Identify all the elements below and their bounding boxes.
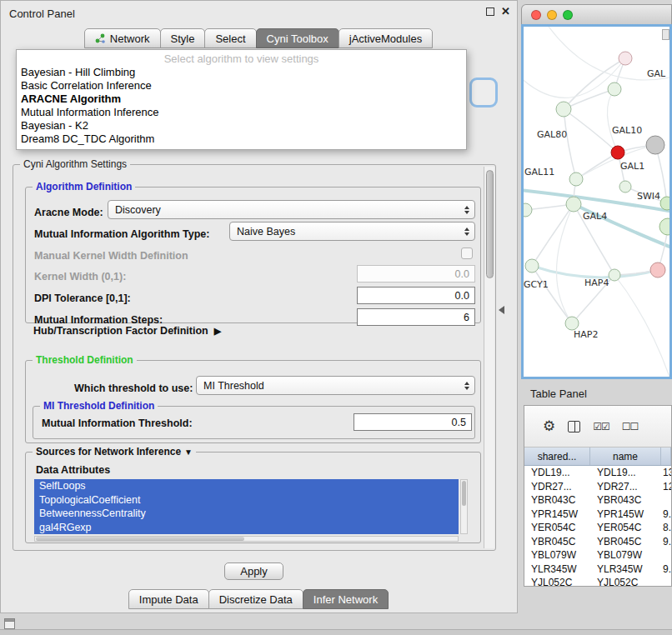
dropdown-item[interactable]: Dream8 DC_TDC Algorithm <box>17 132 466 146</box>
dropdown-item[interactable]: Basic Correlation Inference <box>17 79 466 92</box>
data-attributes-label: Data Attributes <box>36 464 110 476</box>
network-edge <box>564 109 576 179</box>
control-panel-title: Control Panel <box>9 8 75 20</box>
table-cell: YER054C <box>590 521 661 535</box>
close-icon[interactable]: ✕ <box>501 7 510 17</box>
column-header-extra[interactable] <box>661 448 671 465</box>
attributes-vertical-scrollbar[interactable] <box>460 479 468 534</box>
combo-arrows-icon <box>464 228 469 236</box>
network-node-label: HAP2 <box>574 329 598 340</box>
mi-type-combo[interactable]: Naive Bayes <box>229 222 475 241</box>
column-header-name[interactable]: name <box>590 448 661 465</box>
traffic-light-minimize-icon[interactable] <box>547 10 557 20</box>
tab-discretize-data[interactable]: Discretize Data <box>208 589 303 609</box>
network-node[interactable] <box>569 172 583 186</box>
tab-label: Select <box>215 32 245 45</box>
traffic-light-zoom-icon[interactable] <box>563 10 573 20</box>
network-window-titlebar[interactable] <box>521 4 672 24</box>
tab-jactivemodules[interactable]: jActiveModules <box>339 28 433 48</box>
dropdown-item[interactable]: Mutual Information Inference <box>17 106 466 119</box>
manual-kernel-checkbox[interactable] <box>461 248 473 259</box>
apply-button[interactable]: Apply <box>224 562 283 580</box>
attribute-item-selected[interactable]: SelfLoops <box>34 479 459 493</box>
hub-section-toggle[interactable]: Hub/Transcription Factor Definition ▶ <box>33 325 221 337</box>
select-all-icon[interactable]: ☑☑ <box>593 422 609 432</box>
settings-vertical-scrollbar[interactable] <box>484 167 494 548</box>
dpi-tolerance-field[interactable]: 0.0 <box>357 287 475 304</box>
which-threshold-combo[interactable]: MI Threshold <box>196 376 475 395</box>
collapse-arrow-icon: ▼ <box>184 448 193 457</box>
tab-style[interactable]: Style <box>160 28 206 48</box>
sources-group-toggle[interactable]: Sources for Network Inference ▼ <box>33 446 196 458</box>
network-edge <box>607 89 618 152</box>
threshold-definition-group: Threshold Definition Which threshold to … <box>25 360 481 443</box>
table-row[interactable]: YER054CYER054C8. <box>524 521 671 535</box>
scrollbar-thumb[interactable] <box>486 170 494 278</box>
network-node[interactable] <box>611 146 624 159</box>
dropdown-item[interactable]: Bayesian - K2 <box>17 119 466 132</box>
network-node[interactable] <box>646 136 664 154</box>
network-node-label: GAL11 <box>524 167 554 178</box>
network-node[interactable] <box>619 52 632 65</box>
dropdown-item[interactable]: Bayesian - Hill Climbing <box>17 66 466 79</box>
dpi-tolerance-label: DPI Tolerance [0,1]: <box>34 292 131 304</box>
sources-group-title: Sources for Network Inference <box>36 446 181 458</box>
network-node[interactable] <box>556 102 571 117</box>
network-node[interactable] <box>525 259 539 272</box>
table-row[interactable]: YJL052CYJL052C <box>524 576 671 587</box>
network-edge <box>532 266 658 278</box>
tab-network[interactable]: Network <box>84 28 161 48</box>
network-node[interactable] <box>660 197 669 210</box>
dropdown-item-selected[interactable]: ARACNE Algorithm <box>17 92 466 106</box>
table-row[interactable]: YBL079WYBL079W <box>524 548 671 562</box>
mi-steps-field[interactable]: 6 <box>357 308 475 326</box>
attributes-horizontal-scrollbar[interactable] <box>34 536 459 542</box>
manual-kernel-label: Manual Kernel Width Definition <box>34 250 188 262</box>
column-header-shared-name[interactable]: shared... <box>524 448 590 465</box>
panel-dock-icon[interactable] <box>4 618 15 629</box>
attribute-item-selected[interactable]: TopologicalCoefficient <box>34 493 459 508</box>
table-row[interactable]: YDL19...YDL19...13 <box>524 466 671 480</box>
deselect-all-icon[interactable]: ☐☐ <box>622 422 639 432</box>
attribute-item-selected[interactable]: gal4RGexp <box>34 521 459 535</box>
table-row[interactable]: YLR345WYLR345W9. <box>524 562 671 577</box>
algorithm-selector-focus-box[interactable] <box>469 78 498 108</box>
table-row[interactable]: YBR043CYBR043C <box>524 493 671 508</box>
network-scrollbar-corner[interactable] <box>662 29 669 40</box>
network-node[interactable] <box>524 203 532 217</box>
network-node[interactable] <box>565 317 579 330</box>
combo-arrows-icon <box>464 206 469 214</box>
tab-select[interactable]: Select <box>204 28 256 48</box>
tab-label: Style <box>171 32 195 45</box>
table-cell <box>661 548 671 562</box>
kernel-width-field[interactable]: 0.0 <box>357 265 475 282</box>
network-node[interactable] <box>650 262 665 278</box>
network-node-label: GAL4 <box>583 211 607 222</box>
aracne-mode-combo[interactable]: Discovery <box>108 200 475 219</box>
table-row[interactable]: YPR145WYPR145W9. <box>524 508 671 522</box>
cyni-algorithm-settings-group: Cyni Algorithm Settings Algorithm Defini… <box>13 164 496 551</box>
tab-cyni-toolbox[interactable]: Cyni Toolbox <box>256 28 339 48</box>
table-row[interactable]: YBR045CYBR045C9. <box>524 535 671 549</box>
network-node[interactable] <box>659 218 669 235</box>
gear-icon[interactable]: ⚙ <box>543 419 555 433</box>
network-node[interactable] <box>566 197 581 212</box>
table-toolbar: ⚙ ☑☑ ☐☐ <box>524 406 671 448</box>
table-cell: YLR345W <box>590 562 661 577</box>
tab-infer-network[interactable]: Infer Network <box>303 589 389 609</box>
tab-label: Network <box>110 32 150 45</box>
traffic-light-close-icon[interactable] <box>531 10 541 20</box>
table-row[interactable]: YDR27...YDR27...12 <box>524 480 671 494</box>
tab-impute-data[interactable]: Impute Data <box>128 589 209 609</box>
combo-value: Naive Bayes <box>237 226 295 238</box>
splitter-collapse-icon[interactable] <box>499 306 504 314</box>
network-node[interactable] <box>619 181 631 192</box>
column-browse-icon[interactable] <box>568 421 580 432</box>
network-node[interactable] <box>609 269 620 281</box>
network-canvas[interactable]: GALGAL80GAL10GAL11GAL1SWI4GAL4GCY1HAP4HA… <box>524 27 669 377</box>
mi-threshold-field[interactable]: 0.5 <box>354 413 472 431</box>
float-window-icon[interactable] <box>486 8 494 16</box>
network-node[interactable] <box>608 82 621 96</box>
attribute-item-selected[interactable]: BetweennessCentrality <box>34 507 459 521</box>
network-node-label: GAL10 <box>612 125 642 136</box>
